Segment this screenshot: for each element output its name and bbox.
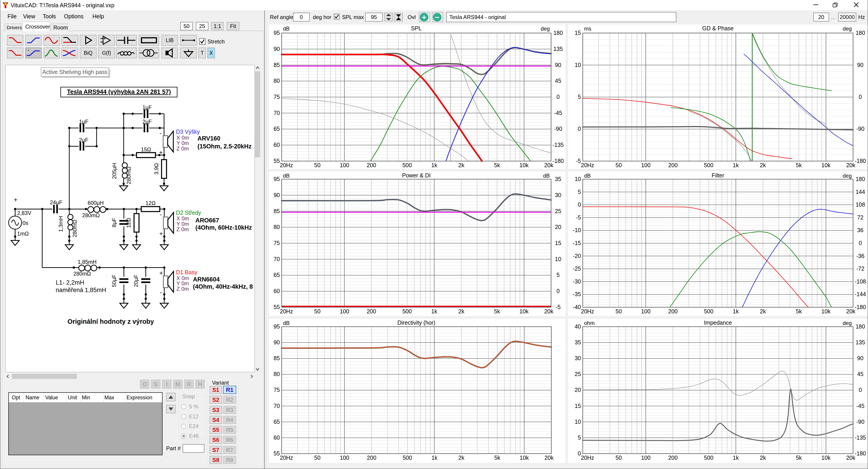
svg-text:1µF: 1µF xyxy=(79,119,88,125)
svg-text:70: 70 xyxy=(274,256,280,262)
svg-text:8µF: 8µF xyxy=(111,218,117,227)
svg-text:90: 90 xyxy=(857,62,864,68)
svg-text:20µF: 20µF xyxy=(133,275,139,287)
svg-text:X 0m: X 0m xyxy=(177,215,189,222)
svg-text:Y 0m: Y 0m xyxy=(177,221,189,227)
svg-text:-144: -144 xyxy=(855,291,866,297)
svg-text:20k: 20k xyxy=(544,308,554,315)
svg-text:1,3mH: 1,3mH xyxy=(58,216,64,232)
svg-text:5: 5 xyxy=(578,434,581,441)
svg-text:180: 180 xyxy=(553,30,563,36)
svg-text:-: - xyxy=(160,289,162,296)
svg-text:25: 25 xyxy=(555,208,561,214)
svg-text:90: 90 xyxy=(274,339,280,346)
svg-text:5k: 5k xyxy=(796,162,802,168)
svg-text:-15: -15 xyxy=(573,240,581,246)
svg-text:60: 60 xyxy=(274,288,280,294)
svg-text:20: 20 xyxy=(555,224,561,230)
svg-text:95: 95 xyxy=(274,176,280,182)
svg-text:1mΩ: 1mΩ xyxy=(17,231,29,237)
svg-text:-: - xyxy=(160,211,162,218)
svg-text:-5: -5 xyxy=(576,214,581,221)
svg-text:GD & Phase: GD & Phase xyxy=(702,25,734,31)
svg-text:-135: -135 xyxy=(553,142,564,148)
svg-text:20k: 20k xyxy=(846,162,856,168)
svg-text:-5: -5 xyxy=(556,304,561,310)
svg-text:D1 Basy: D1 Basy xyxy=(176,269,197,275)
svg-text:10k: 10k xyxy=(822,308,831,315)
svg-text:-180: -180 xyxy=(855,158,866,164)
svg-text:20Hz: 20Hz xyxy=(581,162,594,168)
svg-text:50µF: 50µF xyxy=(111,275,117,287)
svg-text:5: 5 xyxy=(557,272,560,278)
svg-text:-72: -72 xyxy=(856,265,864,272)
svg-text:12Ω: 12Ω xyxy=(146,200,156,206)
svg-text:55: 55 xyxy=(274,450,280,457)
svg-text:135: 135 xyxy=(856,339,865,346)
svg-text:ARV160: ARV160 xyxy=(197,135,220,142)
svg-text:Y 0m: Y 0m xyxy=(177,280,189,286)
svg-text:10: 10 xyxy=(575,62,581,68)
svg-text:10: 10 xyxy=(555,256,561,262)
svg-text:95: 95 xyxy=(274,30,280,36)
svg-text:5k: 5k xyxy=(796,455,802,461)
svg-text:X 0m: X 0m xyxy=(177,135,189,141)
svg-text:-45: -45 xyxy=(856,403,864,409)
svg-text:deg: deg xyxy=(843,320,852,326)
svg-text:-90: -90 xyxy=(856,125,864,132)
svg-text:100: 100 xyxy=(340,455,349,461)
svg-text:D2 Středy: D2 Středy xyxy=(176,209,201,216)
svg-text:135: 135 xyxy=(553,46,563,52)
svg-text:1k: 1k xyxy=(733,308,739,315)
svg-text:(15Ohm, 2.5-20kHz: (15Ohm, 2.5-20kHz xyxy=(197,143,252,150)
svg-text:1k: 1k xyxy=(733,162,739,168)
svg-text:80: 80 xyxy=(274,371,280,377)
svg-text:24µF: 24µF xyxy=(50,199,62,205)
svg-text:500: 500 xyxy=(704,455,713,461)
svg-text:200: 200 xyxy=(668,455,678,461)
svg-text:280mΩ: 280mΩ xyxy=(126,167,132,184)
svg-text:0: 0 xyxy=(859,387,862,393)
svg-text:500: 500 xyxy=(402,162,412,168)
svg-text:(4Ohm, 40Hz-4kHz, 8: (4Ohm, 40Hz-4kHz, 8 xyxy=(193,283,253,290)
svg-text:1µF: 1µF xyxy=(143,104,152,110)
svg-text:50: 50 xyxy=(314,162,320,168)
svg-text:10k: 10k xyxy=(822,455,831,461)
svg-text:200: 200 xyxy=(367,308,376,315)
svg-text:Tesla ARS944 (výhybka 2AN 281: Tesla ARS944 (výhybka 2AN 281 57) xyxy=(67,88,171,95)
svg-text:36: 36 xyxy=(857,227,864,233)
svg-text:dB: dB xyxy=(584,173,591,179)
svg-text:2,83V: 2,83V xyxy=(17,210,31,216)
svg-text:600µH: 600µH xyxy=(88,200,104,206)
svg-text:45: 45 xyxy=(555,78,561,84)
svg-text:85: 85 xyxy=(274,355,280,361)
svg-text:5: 5 xyxy=(578,94,581,100)
svg-text:500: 500 xyxy=(402,308,412,315)
svg-text:280mΩ: 280mΩ xyxy=(73,271,91,277)
svg-text:+: + xyxy=(159,230,163,237)
svg-text:-10: -10 xyxy=(573,227,581,233)
svg-text:30: 30 xyxy=(555,192,561,198)
svg-text:100: 100 xyxy=(641,455,651,461)
svg-text:deg: deg xyxy=(843,173,852,179)
svg-text:1,85mH: 1,85mH xyxy=(78,259,96,265)
svg-text:75: 75 xyxy=(274,240,280,246)
svg-text:108: 108 xyxy=(856,201,865,208)
svg-text:15Ω: 15Ω xyxy=(141,146,151,152)
svg-text:-90: -90 xyxy=(856,418,864,425)
svg-text:500: 500 xyxy=(704,162,713,168)
svg-text:X 0m: X 0m xyxy=(177,275,189,281)
svg-text:ms: ms xyxy=(584,26,591,32)
svg-text:80: 80 xyxy=(274,224,280,230)
svg-text:D3 Výšky: D3 Výšky xyxy=(176,128,200,135)
svg-text:5k: 5k xyxy=(796,308,802,315)
svg-text:20: 20 xyxy=(575,387,581,393)
svg-text:35: 35 xyxy=(555,176,561,182)
svg-text:80: 80 xyxy=(274,78,280,84)
svg-text:naměřená 1,85mH: naměřená 1,85mH xyxy=(56,287,106,293)
svg-text:500: 500 xyxy=(403,455,412,461)
svg-text:200: 200 xyxy=(668,162,678,168)
svg-text:-40: -40 xyxy=(573,304,581,310)
svg-text:5k: 5k xyxy=(494,455,500,461)
svg-text:100: 100 xyxy=(641,162,651,168)
